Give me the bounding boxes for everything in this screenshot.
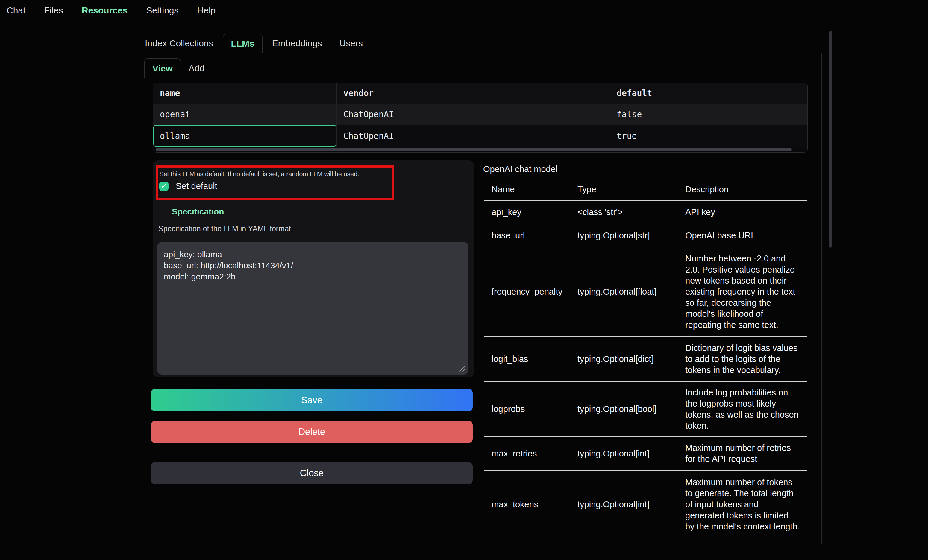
llm-detail-panel: Set this LLM as default. If no default i… xyxy=(153,160,474,377)
model-info-table: NameTypeDescription api_key<class 'str'>… xyxy=(484,178,807,543)
model-info-max-retries-type: typing.Optional[int] xyxy=(570,437,678,470)
model-info-frequency-penalty-name: frequency_penalty xyxy=(484,247,570,336)
specification-subtext: Specification of the LLM in YAML format xyxy=(158,224,291,233)
textarea-resize-handle-icon[interactable] xyxy=(458,364,466,372)
model-info-partial-cell xyxy=(570,539,678,543)
close-button[interactable]: Close xyxy=(151,462,473,484)
nav-item-files[interactable]: Files xyxy=(44,5,63,16)
llm-list-table: namevendordefault openaiChatOpenAIfalseo… xyxy=(153,82,807,152)
llm-row-openai[interactable]: openaiChatOpenAIfalse xyxy=(153,104,807,125)
top-nav: ChatFilesResourcesSettingsHelp xyxy=(6,5,215,16)
model-info-logit-bias-type: typing.Optional[dict] xyxy=(570,336,678,382)
specification-heading: Specification xyxy=(172,207,224,216)
model-info-api-key-description: API key xyxy=(678,201,807,224)
llm-table-hscrollbar-thumb[interactable] xyxy=(156,148,792,151)
model-info-max-retries-name: max_retries xyxy=(484,437,570,470)
model-info-logprobs-type: typing.Optional[bool] xyxy=(570,382,678,437)
tab-embeddings[interactable]: Embeddings xyxy=(264,33,330,53)
app-screen: ChatFilesResourcesSettingsHelp Index Col… xyxy=(0,0,928,560)
set-default-label: Set default xyxy=(176,181,217,191)
resource-tabs: Index CollectionsLLMsEmbeddingsUsers xyxy=(137,33,371,53)
model-info-max-retries-description: Maximum number of retries for the API re… xyxy=(678,437,807,470)
model-info-max-tokens-name: max_tokens xyxy=(484,470,570,539)
model-info-col-description: Description xyxy=(678,178,807,201)
tab-users[interactable]: Users xyxy=(332,33,371,53)
model-info-partial-cell xyxy=(678,539,807,543)
llm-cell-openai-name: openai xyxy=(153,104,337,125)
model-info-row-logprobs: logprobstyping.Optional[bool]Include log… xyxy=(484,382,807,437)
subtab-add[interactable]: Add xyxy=(181,58,212,78)
model-info-base-url-type: typing.Optional[str] xyxy=(570,224,678,247)
save-button[interactable]: Save xyxy=(151,389,473,411)
model-info-title: OpenAI chat model xyxy=(483,164,557,174)
model-info-col-type: Type xyxy=(570,178,678,201)
llm-col-default: default xyxy=(610,83,807,103)
model-info-row-max-tokens: max_tokenstyping.Optional[int]Maximum nu… xyxy=(484,470,807,539)
model-info-logprobs-description: Include log probabilities on the logprob… xyxy=(678,382,807,437)
llm-table-body: openaiChatOpenAIfalseollamaChatOpenAItru… xyxy=(153,104,807,146)
model-info-logit-bias-description: Dictionary of logit bias values to add t… xyxy=(678,336,807,382)
tab-llms[interactable]: LLMs xyxy=(223,33,262,53)
model-info-api-key-type: <class 'str'> xyxy=(570,201,678,224)
llm-col-name: name xyxy=(153,83,337,103)
model-info-row-api-key: api_key<class 'str'>API key xyxy=(484,201,807,224)
model-info-row-partial xyxy=(484,539,807,543)
model-info-api-key-name: api_key xyxy=(484,201,570,224)
llm-row-ollama[interactable]: ollamaChatOpenAItrue xyxy=(153,125,807,146)
llm-cell-ollama-default: true xyxy=(610,125,807,146)
nav-item-settings[interactable]: Settings xyxy=(146,5,179,16)
llms-view-panel: namevendordefault openaiChatOpenAIfalseo… xyxy=(143,78,814,543)
set-default-note: Set this LLM as default. If no default i… xyxy=(159,170,391,179)
llm-table-hscrollbar-track xyxy=(153,146,807,152)
selected-row-outline xyxy=(153,125,336,146)
yaml-spec-textarea[interactable]: api_key: ollama base_url: http://localho… xyxy=(157,242,469,374)
model-info-base-url-name: base_url xyxy=(484,224,570,247)
model-info-partial-cell xyxy=(484,539,570,543)
subtab-view[interactable]: View xyxy=(144,58,181,78)
model-info-row-logit-bias: logit_biastyping.Optional[dict]Dictionar… xyxy=(484,336,807,382)
set-default-checkbox[interactable]: ✓ xyxy=(159,181,168,191)
model-info-row-base-url: base_urltyping.Optional[str]OpenAI base … xyxy=(484,224,807,247)
nav-item-resources[interactable]: Resources xyxy=(82,5,128,16)
model-info-frequency-penalty-type: typing.Optional[float] xyxy=(570,247,678,336)
model-info-base-url-description: OpenAI base URL xyxy=(678,224,807,247)
vertical-scrollbar-thumb[interactable] xyxy=(829,31,832,248)
llm-table-header: namevendordefault xyxy=(153,83,807,104)
model-info-frequency-penalty-description: Number between -2.0 and 2.0. Positive va… xyxy=(678,247,807,336)
model-info-row-frequency-penalty: frequency_penaltytyping.Optional[float]N… xyxy=(484,247,807,336)
model-info-max-tokens-type: typing.Optional[int] xyxy=(570,470,678,539)
model-info-logprobs-name: logprobs xyxy=(484,382,570,437)
llms-subtabs: ViewAdd xyxy=(144,58,212,78)
tab-index-collections[interactable]: Index Collections xyxy=(137,33,221,53)
llm-col-vendor: vendor xyxy=(337,83,610,103)
llm-cell-ollama-name: ollama xyxy=(153,125,337,146)
annotation-red-box: Set this LLM as default. If no default i… xyxy=(156,166,394,201)
nav-item-chat[interactable]: Chat xyxy=(6,5,26,16)
llm-cell-ollama-vendor: ChatOpenAI xyxy=(337,125,610,146)
set-default-row: ✓ Set default xyxy=(159,181,391,191)
llm-cell-openai-default: false xyxy=(610,104,807,125)
llm-cell-openai-vendor: ChatOpenAI xyxy=(337,104,610,125)
model-info-max-tokens-description: Maximum number of tokens to generate. Th… xyxy=(678,470,807,539)
model-info-logit-bias-name: logit_bias xyxy=(484,336,570,382)
resources-panel: ViewAdd namevendordefault openaiChatOpen… xyxy=(137,53,822,544)
model-info-row-max-retries: max_retriestyping.Optional[int]Maximum n… xyxy=(484,437,807,470)
model-info-header-row: NameTypeDescription xyxy=(484,178,807,201)
nav-item-help[interactable]: Help xyxy=(197,5,216,16)
model-info-col-name: Name xyxy=(484,178,570,201)
delete-button[interactable]: Delete xyxy=(151,421,473,443)
